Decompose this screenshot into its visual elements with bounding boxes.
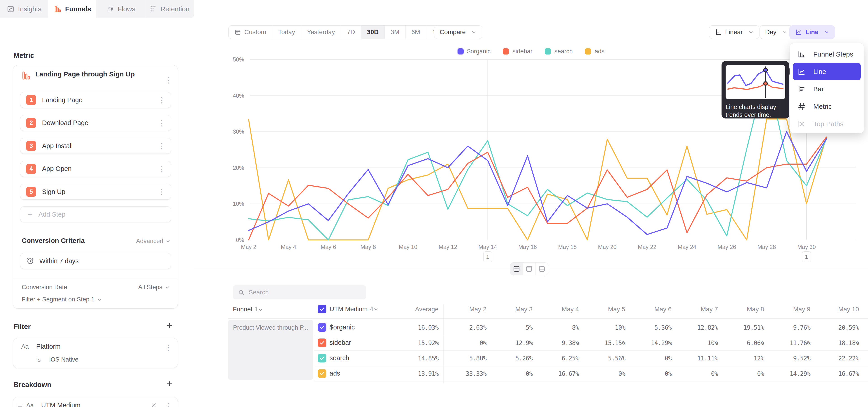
conversion-window-button[interactable]: Within 7 days — [20, 253, 171, 269]
legend-item-organic[interactable]: $organic — [458, 48, 491, 55]
y-tick-label: 40% — [224, 92, 244, 100]
chevron-down-icon — [165, 239, 171, 244]
funnels-app: InsightsFunnelsFlowsRetention Metric Lan… — [0, 0, 868, 407]
funnel-steps-icon — [797, 50, 806, 59]
compare-label: Compare — [440, 29, 466, 36]
split-view-button[interactable] — [510, 262, 523, 275]
row-checkbox[interactable] — [318, 339, 327, 347]
table-row-search: search14.85%5.88%5.26%6.25%5.56%0%11.11%… — [0, 350, 868, 366]
column-header-may3: May 3 — [483, 306, 532, 313]
metric-kebab-menu[interactable]: ⋮ — [164, 76, 172, 84]
bottom-view-button[interactable] — [535, 262, 548, 275]
breakdown-kebab-menu[interactable]: ⋮ — [164, 402, 172, 407]
cell-value: 5.88% — [437, 355, 487, 362]
tab-insights[interactable]: Insights — [0, 0, 49, 18]
bottom-view-icon — [538, 265, 546, 273]
row-checkbox[interactable] — [318, 323, 327, 332]
funnel-header-label: Funnel — [233, 306, 252, 313]
range-3m[interactable]: 3M — [385, 26, 405, 39]
line-chart-icon — [795, 29, 802, 36]
range-today[interactable]: Today — [272, 26, 301, 39]
column-header-may2: May 2 — [437, 306, 487, 313]
breakdown-section-heading: Breakdown — [13, 381, 51, 389]
remove-breakdown-icon[interactable] — [151, 402, 157, 407]
all-steps-dropdown[interactable]: All Steps — [138, 284, 170, 291]
drag-handle-icon[interactable] — [17, 403, 23, 407]
cell-value: 12.9% — [483, 339, 532, 346]
advanced-toggle[interactable]: Advanced — [136, 238, 171, 245]
retention-icon — [149, 5, 157, 13]
breakdown-header-label: UTM Medium — [330, 306, 368, 313]
interval-dropdown[interactable]: Day — [760, 25, 793, 39]
funnel-step-4[interactable]: 4App Open⋮ — [20, 161, 171, 177]
range-label: Custom — [244, 29, 266, 36]
column-header-may10: May 10 — [809, 306, 859, 313]
top-view-button[interactable] — [523, 262, 535, 275]
tab-retention[interactable]: Retention — [145, 0, 193, 18]
interval-label: Day — [765, 29, 776, 36]
menu-item-bar[interactable]: Bar — [790, 80, 864, 98]
menu-item-line[interactable]: Line — [793, 63, 861, 80]
series-line-organic — [249, 132, 827, 234]
legend-swatch — [545, 49, 551, 55]
cell-value: 11.11% — [668, 355, 718, 362]
add-step-button[interactable]: Add Step — [20, 207, 171, 222]
cell-value: 18.18% — [809, 339, 859, 346]
funnel-column-header[interactable]: Funnel1 — [233, 306, 263, 313]
column-header-may8: May 8 — [714, 306, 764, 313]
annotation-badge[interactable]: 1 — [483, 251, 492, 262]
tab-flows[interactable]: Flows — [97, 0, 145, 18]
x-tick-label: May 24 — [670, 244, 704, 250]
cell-value: 14.85% — [389, 355, 438, 362]
step-kebab-menu[interactable]: ⋮ — [158, 119, 165, 127]
funnel-step-5[interactable]: 5Sign Up⋮ — [20, 184, 171, 200]
step-kebab-menu[interactable]: ⋮ — [158, 165, 165, 173]
tab-funnels[interactable]: Funnels — [49, 0, 97, 18]
step-number-badge: 4 — [26, 164, 36, 174]
column-header-may6: May 6 — [622, 306, 672, 313]
range-30d[interactable]: 30D — [361, 26, 384, 39]
breakdown-count: 4 — [370, 306, 373, 313]
chart-type-dropdown[interactable]: Line — [789, 25, 835, 39]
step-kebab-menu[interactable]: ⋮ — [158, 188, 165, 196]
funnel-step-3[interactable]: 3App Install⋮ — [20, 138, 171, 154]
chevron-down-icon — [165, 239, 171, 244]
row-checkbox[interactable] — [318, 369, 327, 378]
search-icon — [238, 289, 245, 296]
filter-segment-dropdown[interactable]: Filter + Segment on Step 1 — [22, 296, 102, 303]
legend-item-search[interactable]: search — [545, 48, 573, 55]
tab-label: Funnels — [65, 5, 91, 13]
range-yesterday[interactable]: Yesterday — [301, 26, 341, 39]
range-custom[interactable]: Custom — [228, 26, 272, 39]
search-input[interactable] — [249, 289, 361, 296]
select-all-checkbox[interactable] — [318, 305, 327, 313]
range-7d[interactable]: 7D — [341, 26, 361, 39]
cell-value: 0% — [668, 370, 718, 377]
step-label: App Open — [42, 165, 72, 173]
compare-button[interactable]: Compare — [434, 25, 482, 39]
chevron-down-icon — [782, 29, 787, 35]
column-header-may4: May 4 — [529, 306, 579, 313]
range-6m[interactable]: 6M — [405, 26, 426, 39]
linear-scale-icon — [715, 29, 722, 36]
legend-item-ads[interactable]: ads — [585, 48, 604, 55]
funnel-step-2[interactable]: 2Download Page⋮ — [20, 115, 171, 131]
menu-item-label: Funnel Steps — [813, 51, 853, 58]
row-label: $organic — [330, 323, 355, 331]
step-kebab-menu[interactable]: ⋮ — [158, 142, 165, 150]
cell-value: 0% — [483, 370, 532, 377]
menu-item-metric[interactable]: Metric — [790, 98, 864, 115]
annotation-badge[interactable]: 1 — [802, 251, 811, 262]
legend-item-sidebar[interactable]: sidebar — [503, 48, 532, 55]
breakdown-card[interactable]: Aa UTM Medium ⋮ — [13, 397, 178, 407]
calendar-icon — [235, 29, 241, 35]
scale-dropdown[interactable]: Linear — [709, 25, 759, 39]
row-checkbox[interactable] — [318, 354, 327, 363]
funnel-step-1[interactable]: 1Landing Page⋮ — [20, 92, 171, 108]
step-kebab-menu[interactable]: ⋮ — [158, 96, 165, 104]
breakdown-column-header[interactable]: UTM Medium4 — [318, 305, 378, 313]
line-chart-icon — [795, 29, 802, 36]
cell-value: 6.25% — [529, 355, 579, 362]
cell-value: 0% — [437, 339, 487, 346]
menu-item-funnel-steps[interactable]: Funnel Steps — [790, 45, 864, 63]
